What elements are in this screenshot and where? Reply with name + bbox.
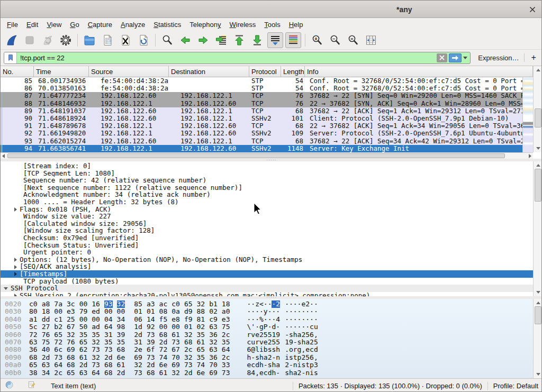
collapsed-arrow-icon[interactable] (14, 207, 17, 212)
menu-tools[interactable]: Tools (260, 19, 284, 30)
go-to-packet-button[interactable] (213, 32, 229, 48)
detail-row-10[interactable]: Checksum: 0x79ed [unverified] (1, 234, 533, 242)
detail-row-16[interactable]: TCP payload (1080 bytes) (1, 278, 533, 285)
bytes-vscrollbar[interactable] (533, 299, 542, 378)
expanded-arrow-icon[interactable] (4, 287, 8, 290)
packet-row-85[interactable]: 8568.001734936fe:54:00:d4:38:2aSTP54Conf… (1, 77, 522, 85)
detail-row-8[interactable]: [Calculated window size: 29056] (1, 220, 533, 227)
menu-edit[interactable]: Edit (22, 19, 42, 30)
menu-go[interactable]: Go (66, 19, 83, 30)
hex-row-00b0[interactable]: 00b038342c656364682d736861322d6e697384,e… (1, 369, 542, 377)
details-vscrollbar[interactable] (533, 161, 542, 296)
detail-row-11[interactable]: [Checksum Status: Unverified] (1, 242, 533, 249)
add-filter-button[interactable]: + (529, 53, 538, 62)
close-window-button[interactable] (528, 5, 537, 14)
hex-row-0070[interactable]: 0070637572766532353531392d7368613235curv… (1, 339, 542, 346)
hex-row-00a0[interactable]: 00a0656364682d736861322d6e6973747033ecdh… (1, 361, 542, 369)
hex-row-0060[interactable]: 006072766532353531392d7368613235362crve2… (1, 331, 542, 339)
packet-row-88[interactable]: 8871.648146932192.168.122.1192.168.122.6… (1, 100, 522, 107)
expression-button[interactable]: Expression… (478, 54, 519, 62)
packet-row-89[interactable]: 8971.648191037192.168.122.60192.168.122.… (1, 107, 522, 115)
capture-comment-button[interactable] (28, 380, 36, 391)
detail-row-7[interactable]: Window size value: 227 (1, 213, 533, 220)
filter-apply-button[interactable] (449, 53, 462, 62)
hex-row-0020[interactable]: 0020c0a87a3c0016933285a3acc06532b118··z<… (1, 300, 542, 308)
display-filter-input[interactable]: !tcp.port == 22 (4, 52, 471, 64)
detail-row-1[interactable]: [TCP Segment Len: 1080] (1, 170, 533, 177)
auto-scroll-button[interactable] (267, 32, 283, 48)
packet-row-91[interactable]: 9171.648789678192.168.122.1192.168.122.6… (1, 122, 522, 130)
resize-columns-button[interactable] (363, 32, 379, 48)
menu-analyze[interactable]: Analyze (116, 19, 149, 30)
detail-row-15[interactable]: [Timestamps] (1, 270, 533, 278)
packet-list-minimap[interactable] (522, 77, 533, 152)
zoom-original-button[interactable]: = (345, 32, 361, 48)
detail-row-12[interactable]: Urgent pointer: 0 (1, 249, 533, 256)
packet-row-87[interactable]: 8771.647777234192.168.122.60192.168.122.… (1, 92, 522, 99)
status-profile[interactable]: Profile: Default (493, 382, 538, 390)
column-header-info[interactable]: Info (305, 66, 533, 77)
detail-row-3[interactable]: [Next sequence number: 1122 (relative se… (1, 184, 533, 192)
hex-row-0090[interactable]: 0090682d736861322d6e697374703235362ch-sh… (1, 354, 542, 361)
packet-row-86[interactable]: 8670.013850163fe:54:00:d4:38:2aSTP54Conf… (1, 85, 522, 92)
go-first-button[interactable] (231, 32, 247, 48)
hex-row-0040[interactable]: 0040a1ddc125000004340614f5e8f981c9e3···%… (1, 316, 542, 323)
comment-note-icon (28, 380, 36, 389)
start-capture-button[interactable] (4, 32, 20, 48)
column-header-source[interactable]: Source (89, 66, 169, 77)
capture-options-button[interactable] (58, 32, 74, 48)
packet-row-90[interactable]: 9071.648618924192.168.122.60192.168.122.… (1, 115, 522, 122)
save-file-button[interactable]: 010101100111 (100, 32, 115, 48)
restart-capture-button[interactable] (40, 32, 56, 48)
detail-row-5[interactable]: 1000 .... = Header Length: 32 bytes (8) (1, 198, 533, 206)
detail-row-6[interactable]: Flags: 0x018 (PSH, ACK) (1, 206, 533, 213)
hex-row-0050[interactable]: 00505c27b26750ad64981d92000001026375\'·g… (1, 323, 542, 331)
expert-info-button[interactable] (5, 380, 14, 391)
hex-row-0080[interactable]: 008036406c69627373682e6f72672c6563646@li… (1, 346, 542, 353)
packet-row-94[interactable]: 9471.663856741192.168.122.1192.168.122.6… (1, 145, 522, 152)
hex-row-0030[interactable]: 0030801800e379ed00000101080ad98802a0····… (1, 308, 542, 315)
colorize-button[interactable] (285, 32, 301, 48)
packet-list-vscrollbar[interactable] (533, 66, 542, 152)
detail-row-17[interactable]: SSH Protocol (1, 285, 533, 292)
zoom-out-button[interactable]: − (327, 32, 343, 48)
detail-row-9[interactable]: [Window size scaling factor: 128] (1, 227, 533, 234)
detail-row-14[interactable]: [SEQ/ACK analysis] (1, 263, 533, 270)
filter-clear-button[interactable] (437, 53, 447, 62)
filter-history-dropdown[interactable] (463, 57, 467, 59)
menu-view[interactable]: View (42, 19, 66, 30)
menu-file[interactable]: File (3, 19, 22, 30)
column-header-protocol[interactable]: Protocol (249, 66, 281, 77)
detail-row-0[interactable]: [Stream index: 0] (1, 162, 533, 170)
detail-row-4[interactable]: Acknowledgment number: 34 (relative ack … (1, 191, 533, 198)
menu-telephony[interactable]: Telephony (185, 19, 225, 30)
filter-text[interactable]: !tcp.port == 22 (17, 54, 437, 62)
menu-statistics[interactable]: Statistics (149, 19, 185, 30)
packet-row-92[interactable]: 9271.661949820192.168.122.1192.168.122.6… (1, 130, 522, 137)
detail-row-13[interactable]: Options: (12 bytes), No-Operation (NOP),… (1, 256, 533, 263)
column-header-time[interactable]: Time (34, 66, 89, 77)
detail-row-2[interactable]: Sequence number: 42 (relative sequence n… (1, 177, 533, 184)
title-bar[interactable]: *any (1, 1, 541, 18)
column-header-length[interactable]: Length (281, 66, 305, 77)
collapsed-arrow-icon[interactable] (14, 258, 17, 262)
zoom-in-button[interactable]: + (309, 32, 325, 48)
filter-bookmark-button[interactable] (4, 52, 17, 63)
go-forward-button[interactable] (195, 32, 211, 48)
find-packet-button[interactable] (159, 32, 175, 48)
close-file-button[interactable] (118, 32, 133, 48)
packet-row-93[interactable]: 9371.662015274192.168.122.60192.168.122.… (1, 138, 522, 145)
stop-capture-button[interactable] (22, 32, 38, 48)
collapsed-arrow-icon[interactable] (14, 265, 17, 269)
column-header-no[interactable]: No. (1, 66, 34, 77)
collapsed-arrow-icon[interactable] (14, 272, 17, 276)
go-back-button[interactable] (177, 32, 193, 48)
reload-file-button[interactable] (136, 32, 151, 48)
go-last-button[interactable] (249, 32, 265, 48)
zoom-out-icon: − (329, 34, 341, 47)
menu-capture[interactable]: Capture (84, 19, 116, 30)
open-file-button[interactable] (82, 32, 97, 48)
menu-help[interactable]: Help (285, 19, 308, 30)
column-header-destination[interactable]: Destination (169, 66, 249, 77)
menu-wireless[interactable]: Wireless (225, 19, 260, 30)
